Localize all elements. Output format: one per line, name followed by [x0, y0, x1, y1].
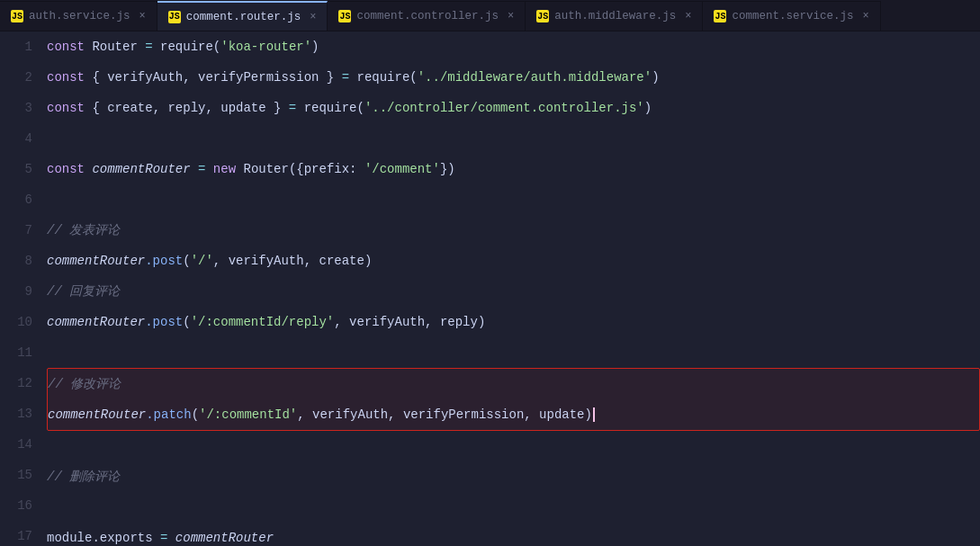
editor-root: JSauth.service.js×JScomment.router.js×JS… [0, 0, 980, 546]
token-var: ( [192, 399, 199, 430]
token-fn: .post [145, 246, 183, 276]
line-number-16: 16 [14, 490, 32, 521]
token-var [191, 154, 198, 184]
line-number-5: 5 [14, 154, 32, 184]
token-italic-var: commentRouter [48, 399, 146, 430]
code-line-16 [47, 492, 980, 523]
tab-label: auth.middleware.js [554, 10, 676, 22]
red-box-highlight: // 修改评论commentRouter.patch('/:commentId'… [47, 368, 980, 431]
token-op: = [145, 31, 152, 62]
token-var: ) [652, 62, 659, 93]
token-kw: new [213, 154, 236, 184]
token-var: require( [296, 93, 364, 123]
tab-close-button[interactable]: × [862, 10, 868, 22]
line-number-14: 14 [14, 429, 32, 460]
token-var: ( [183, 307, 190, 337]
line-number-3: 3 [14, 93, 32, 123]
token-str: '/:commentId/reply' [191, 307, 335, 337]
token-var: Router [85, 31, 145, 62]
token-op: = [289, 93, 296, 123]
token-var: ( [183, 246, 190, 276]
token-comment: // 发表评论 [47, 215, 120, 246]
code-line-15: // 删除评论 [47, 461, 980, 492]
line-number-8: 8 [14, 246, 32, 276]
token-kw: const [47, 31, 85, 62]
js-icon: JS [168, 11, 181, 23]
token-var: ) [311, 31, 319, 62]
code-line-1: const Router = require('koa-router') [47, 31, 980, 62]
code-line-10: commentRouter.post('/:commentId/reply', … [47, 307, 980, 337]
token-var: , verifyAuth, reply) [334, 307, 485, 337]
tab-label: comment.router.js [186, 11, 301, 23]
line-numbers: 1234567891011121314151617 [0, 31, 43, 546]
code-line-12: // 修改评论 [48, 369, 979, 399]
code-line-11 [47, 337, 980, 368]
line-number-11: 11 [14, 337, 32, 368]
token-str: 'koa-router' [220, 31, 311, 62]
code-line-2: const { verifyAuth, verifyPermission } =… [47, 62, 980, 93]
code-line-13: commentRouter.patch('/:commentId', verif… [48, 399, 979, 430]
token-var: module.exports [47, 523, 160, 546]
token-var: require( [153, 31, 221, 62]
token-italic-var: commentRouter [47, 246, 145, 276]
code-area: const Router = require('koa-router')cons… [43, 31, 980, 546]
code-line-17: module.exports = commentRouter [47, 523, 980, 546]
token-italic-var: commentRouter [47, 307, 145, 337]
token-op: = [198, 154, 205, 184]
code-line-14 [47, 431, 980, 461]
token-op: = [342, 62, 349, 93]
line-number-15: 15 [14, 460, 32, 490]
tab-close-button[interactable]: × [310, 11, 316, 23]
token-str: '../controller/comment.controller.js' [364, 93, 644, 123]
js-icon: JS [714, 10, 726, 22]
token-var [205, 154, 212, 184]
token-kw: const [47, 154, 85, 184]
code-line-6 [47, 184, 980, 215]
token-comment: // 删除评论 [47, 461, 120, 492]
token-italic-var: commentRouter [175, 523, 274, 546]
token-var: ) [644, 93, 652, 123]
tab-close-button[interactable]: × [685, 10, 691, 22]
tab-label: auth.service.js [29, 10, 130, 22]
js-icon: JS [338, 10, 351, 22]
token-kw: const [47, 93, 85, 123]
token-comment: // 修改评论 [48, 369, 121, 399]
token-var: { verifyAuth, verifyPermission } [85, 62, 342, 93]
token-fn: .patch [146, 399, 191, 430]
token-op: = [160, 523, 167, 546]
token-fn: .post [145, 307, 183, 337]
token-var: , verifyAuth, verifyPermission, update) [297, 399, 592, 430]
text-cursor [593, 407, 595, 422]
tab-comment-controller[interactable]: JScomment.controller.js× [328, 1, 526, 31]
line-number-4: 4 [14, 123, 32, 154]
code-line-9: // 回复评论 [47, 276, 980, 307]
token-str: '/comment' [364, 154, 440, 184]
line-number-1: 1 [14, 31, 32, 62]
token-var [85, 154, 92, 184]
tab-comment-service[interactable]: JScomment.service.js× [703, 1, 880, 31]
line-number-7: 7 [14, 215, 32, 246]
tab-auth-service[interactable]: JSauth.service.js× [0, 1, 157, 31]
tab-close-button[interactable]: × [508, 10, 514, 22]
line-number-9: 9 [14, 276, 32, 307]
js-icon: JS [536, 10, 549, 22]
editor-area: 1234567891011121314151617 const Router =… [0, 31, 980, 546]
code-line-4 [47, 123, 980, 154]
token-italic-var: commentRouter [92, 154, 190, 184]
tab-auth-middleware[interactable]: JSauth.middleware.js× [526, 1, 703, 31]
line-number-17: 17 [14, 521, 32, 546]
line-number-13: 13 [14, 398, 32, 429]
tab-label: comment.service.js [732, 10, 853, 22]
token-var [167, 523, 175, 546]
token-str: '/:commentId' [199, 399, 297, 430]
token-var: require( [349, 62, 418, 93]
token-var: , verifyAuth, create) [213, 246, 372, 276]
tab-label: comment.controller.js [356, 10, 499, 22]
token-var: Router({prefix: [236, 154, 364, 184]
code-line-3: const { create, reply, update } = requir… [47, 93, 980, 123]
token-var: { create, reply, update } [85, 93, 289, 123]
token-kw: const [47, 62, 85, 93]
tab-comment-router[interactable]: JScomment.router.js× [157, 1, 328, 31]
token-str: '../middleware/auth.middleware' [418, 62, 652, 93]
tab-close-button[interactable]: × [139, 10, 146, 22]
